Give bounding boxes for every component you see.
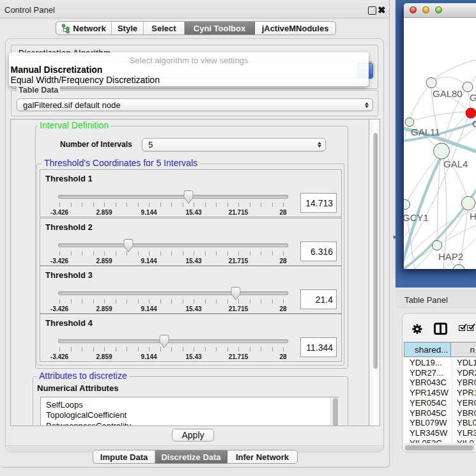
table-row[interactable]: YDL19...YDL1 (404, 358, 476, 368)
network-node[interactable] (453, 265, 464, 269)
network-canvas[interactable]: GAL80GACGAL11GAL4GCY1HHAP2 (404, 18, 476, 269)
threshold-value-field[interactable]: 14.713 (300, 193, 337, 213)
table-data-combobox-value: galFiltered.sif default node (17, 100, 361, 110)
table-row[interactable]: YBR045CYBR0 (404, 408, 476, 418)
table-row[interactable]: YDR27...YDR2 (404, 368, 476, 378)
zoom-traffic-light-icon[interactable] (435, 6, 442, 13)
network-node-label: GCY1 (404, 212, 429, 223)
slider-tick (183, 203, 183, 207)
popup-item-manual-discretization[interactable]: Manual Discretization (11, 65, 103, 75)
attribute-item[interactable]: TopologicalCoefficient (46, 410, 127, 420)
network-node[interactable] (405, 118, 414, 127)
slider-tick-label: 9.144 (141, 257, 157, 265)
slider-tick (160, 299, 161, 303)
network-node[interactable] (404, 199, 410, 209)
bottom-tab-infer-network[interactable]: Infer Network (227, 450, 297, 463)
network-edge[interactable] (434, 60, 476, 79)
tab-jactivemnodules[interactable]: jActiveMNodules (255, 22, 335, 35)
control-panel-title: Control Panel (4, 5, 55, 15)
network-node-label: GAL11 (411, 127, 440, 137)
tab-style[interactable]: Style (112, 22, 144, 35)
popup-item-equal-width[interactable]: Equal Width/Frequency Discretization (11, 75, 160, 85)
slider-tick (93, 203, 94, 207)
column-header-name[interactable]: n (451, 342, 476, 357)
network-icon (61, 23, 70, 34)
slider-thumb[interactable] (184, 190, 194, 204)
network-edge[interactable] (410, 87, 428, 118)
slider-tick (93, 251, 94, 256)
vertical-scrollbar[interactable] (369, 119, 380, 426)
number-of-intervals-combobox[interactable]: 5 (142, 138, 326, 151)
network-window-titlebar[interactable] (404, 3, 476, 18)
slider-track[interactable] (58, 195, 288, 199)
table-row[interactable]: YIL052CYIL0 (404, 438, 476, 443)
columns-icon[interactable] (434, 323, 447, 335)
slider-tick (127, 347, 127, 351)
slider-tick (227, 299, 228, 303)
column-header-shared-name[interactable]: shared... (404, 342, 451, 357)
vertical-scrollbar-thumb[interactable] (373, 133, 378, 369)
network-node[interactable] (432, 240, 441, 250)
slider-track[interactable] (58, 339, 288, 343)
slider-thumb[interactable] (124, 239, 134, 252)
minimize-traffic-light-icon[interactable] (422, 6, 429, 13)
slider-track[interactable] (58, 291, 288, 295)
slider-thumb[interactable] (160, 335, 169, 348)
horizontal-scrollbar[interactable] (404, 443, 475, 452)
threshold-value-field[interactable]: 21.4 (300, 289, 337, 309)
network-node[interactable] (461, 196, 475, 210)
network-edge[interactable] (472, 75, 476, 82)
threshold-value-field[interactable]: 11.344 (300, 337, 337, 357)
popup-hint-item[interactable]: Select algorithm to view settings (9, 56, 369, 65)
network-node[interactable] (426, 78, 436, 88)
checkbox-checked-icon[interactable] (467, 325, 473, 331)
slider-track[interactable] (58, 243, 288, 247)
slider-tick (216, 251, 217, 256)
network-desktop: GAL80GACGAL11GAL4GCY1HHAP2 (395, 0, 476, 288)
float-window-icon[interactable] (368, 6, 376, 15)
checkbox-checked-icon[interactable] (459, 325, 465, 331)
threshold-panel-2: Threshold 2-3.4262.8599.14415.4321.71528… (40, 218, 342, 266)
network-window[interactable]: GAL80GACGAL11GAL4GCY1HHAP2 (404, 3, 476, 269)
slider-tick (160, 203, 161, 207)
network-edge[interactable] (441, 210, 466, 242)
tab-network[interactable]: Network (56, 22, 112, 35)
table-row[interactable]: YBL079WYBL0 (404, 418, 476, 428)
slider-tick (205, 251, 206, 256)
slider-tick (171, 299, 172, 303)
table-data-combobox[interactable]: galFiltered.sif default node (17, 98, 373, 111)
threshold-label: Threshold 4 (45, 318, 93, 328)
bottom-tab-impute-data[interactable]: Impute Data (93, 450, 155, 463)
attribute-item[interactable]: BetweennessCentrality (46, 421, 131, 426)
table-row[interactable]: YPR145WYPR1 (404, 388, 476, 398)
table-row[interactable]: YBR043CYBR0 (404, 378, 476, 388)
control-panel-titlebar[interactable]: Control Panel ✖ (0, 0, 389, 19)
network-node[interactable] (463, 82, 473, 92)
gear-icon[interactable] (412, 324, 422, 334)
attributes-list-scrollbar[interactable] (333, 398, 338, 426)
slider-thumb[interactable] (231, 287, 241, 300)
network-node[interactable] (466, 108, 476, 118)
close-traffic-light-icon[interactable] (410, 6, 417, 13)
table-panel-titlebar[interactable]: Table Panel (395, 291, 476, 308)
tab-cyni-toolbox[interactable]: Cyni Toolbox (185, 22, 255, 35)
network-edge[interactable] (414, 112, 466, 120)
slider-tick-label: -3.426 (50, 353, 68, 360)
threshold-value-field[interactable]: 6.316 (300, 242, 337, 261)
slider-tick (227, 251, 228, 256)
close-icon[interactable]: ✖ (378, 4, 386, 16)
attributes-list[interactable]: SelfLoopsTopologicalCoefficientBetweenne… (40, 397, 339, 426)
network-edge[interactable] (408, 158, 437, 201)
tab-select[interactable]: Select (144, 22, 185, 35)
table-row[interactable]: YER054CYER0 (404, 398, 476, 408)
network-node[interactable] (434, 143, 450, 159)
slider-tick (183, 251, 183, 256)
apply-button[interactable]: Apply (172, 429, 214, 441)
horizontal-scrollbar-thumb[interactable] (405, 445, 473, 450)
slider-tick (283, 347, 284, 351)
bottom-tab-discretize-data[interactable]: Discretize Data (155, 450, 227, 463)
slider-tick (272, 203, 273, 207)
attribute-item[interactable]: SelfLoops (46, 400, 83, 410)
network-edge[interactable] (436, 77, 464, 84)
table-row[interactable]: YLR345WYLR3 (404, 428, 476, 438)
